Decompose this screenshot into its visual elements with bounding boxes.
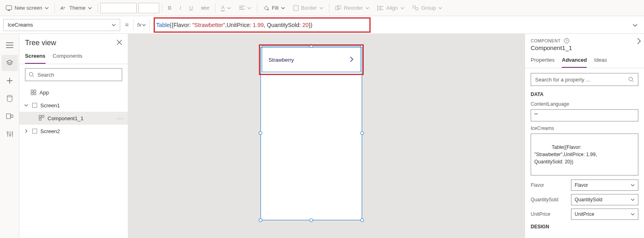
underline-button[interactable]: U	[185, 2, 197, 15]
props-header-label: COMPONENT	[531, 38, 561, 43]
svg-point-14	[12, 132, 13, 134]
chevron-down-icon	[247, 6, 251, 10]
border-label: Border	[301, 5, 317, 11]
left-rail	[0, 34, 19, 238]
chevron-right-icon[interactable]	[349, 56, 354, 64]
italic-label: I	[180, 5, 181, 11]
svg-point-29	[310, 219, 313, 222]
fx-button[interactable]: fx	[133, 19, 150, 31]
rail-tools[interactable]	[2, 126, 18, 142]
property-dropdown[interactable]: IceCreams	[3, 19, 120, 31]
bold-label: B	[168, 5, 171, 11]
contentlanguage-label: ContentLanguage	[525, 100, 644, 109]
tab-screens[interactable]: Screens	[25, 50, 46, 64]
tree-screen1-label: Screen1	[40, 102, 60, 109]
svg-point-27	[361, 132, 364, 135]
chevron-down-icon	[631, 183, 635, 187]
font-size-dropdown[interactable]	[138, 3, 159, 13]
flavor-dd-value: Flavor	[575, 182, 588, 188]
gallery-row-content: Strawberry	[262, 47, 361, 72]
contentlanguage-input[interactable]: ""	[531, 109, 638, 121]
border-icon	[293, 5, 299, 11]
svg-rect-20	[39, 115, 41, 117]
svg-point-33	[629, 77, 633, 81]
chevron-down-icon	[319, 6, 323, 10]
contentlanguage-value: ""	[534, 113, 538, 118]
svg-rect-1	[8, 10, 10, 11]
rail-hamburger[interactable]	[2, 37, 18, 53]
font-color-button[interactable]: A	[217, 2, 235, 15]
tree-item-screen1[interactable]: Screen1	[19, 99, 128, 112]
group-icon	[413, 5, 419, 11]
main-area: Tree view Screens Components Search App	[0, 34, 644, 238]
align-objects-button[interactable]: Align	[373, 2, 408, 15]
tree-item-screen2[interactable]: Screen2	[19, 125, 128, 138]
rail-data[interactable]	[2, 90, 18, 106]
tab-properties[interactable]: Properties	[531, 54, 554, 68]
theme-button[interactable]: Aᵃ Theme	[56, 2, 96, 15]
tree-search-placeholder: Search	[38, 72, 54, 78]
media-icon	[6, 113, 13, 119]
bold-button[interactable]: B	[164, 2, 175, 15]
tree-item-app[interactable]: App	[19, 86, 128, 99]
screen-icon	[6, 5, 12, 11]
unitprice-dropdown[interactable]: UnitPrice	[571, 209, 638, 220]
formula-bar: IceCreams = fx Table({Flavor: "Strawbett…	[0, 16, 644, 34]
align-objects-icon	[377, 5, 384, 11]
chevron-down-icon	[631, 198, 635, 202]
tree-item-component1[interactable]: Component1_1 ···	[19, 112, 128, 125]
group-button[interactable]: Group	[408, 2, 446, 15]
tree-search-input[interactable]: Search	[25, 68, 122, 81]
svg-rect-17	[34, 90, 36, 92]
tab-advanced[interactable]: Advanced	[562, 54, 587, 68]
formula-expand-button[interactable]	[629, 22, 641, 28]
strike-button[interactable]: abc	[197, 2, 214, 15]
svg-rect-0	[6, 6, 12, 10]
chevron-down-icon	[281, 6, 285, 10]
chevron-down-icon	[45, 6, 49, 10]
screen-icon	[32, 103, 37, 108]
component-icon	[39, 115, 44, 122]
fill-icon	[263, 5, 269, 11]
panel-expand-button[interactable]	[636, 37, 642, 46]
fx-label: fx	[137, 22, 141, 28]
svg-point-13	[9, 134, 11, 136]
tab-ideas[interactable]: Ideas	[594, 54, 607, 68]
quantitysold-dropdown[interactable]: QuantitySold	[571, 194, 638, 205]
svg-rect-18	[31, 93, 33, 95]
svg-point-28	[259, 219, 262, 222]
tree-close-button[interactable]	[117, 40, 122, 47]
icecreams-input[interactable]: Table({Flavor: "Strawbetter",UnitPrice: …	[531, 134, 638, 175]
svg-rect-4	[294, 6, 298, 10]
flavor-dropdown[interactable]: Flavor	[571, 180, 638, 191]
svg-rect-8	[416, 8, 418, 10]
border-button[interactable]: Border	[289, 2, 327, 15]
chevron-down-icon	[227, 6, 231, 10]
rail-tree-view[interactable]	[2, 55, 18, 71]
chevron-right-icon	[636, 37, 642, 45]
text-align-button[interactable]	[235, 2, 255, 15]
properties-panel: COMPONENT ? Component1_1 Properties Adva…	[525, 34, 644, 238]
font-family-dropdown[interactable]	[100, 3, 137, 13]
tab-components[interactable]: Components	[53, 50, 83, 64]
new-screen-button[interactable]: New screen	[2, 2, 53, 15]
tree-screen2-label: Screen2	[40, 128, 60, 134]
chevron-down-icon	[400, 6, 404, 10]
rail-media[interactable]	[2, 108, 18, 124]
reorder-icon	[335, 5, 342, 11]
reorder-button[interactable]: Reorder	[331, 2, 373, 15]
section-design-label: DESIGN	[525, 221, 644, 232]
help-icon[interactable]: ?	[564, 38, 569, 44]
italic-button[interactable]: I	[176, 2, 185, 15]
svg-rect-11	[11, 115, 13, 117]
rail-insert[interactable]	[2, 73, 18, 89]
close-icon	[117, 40, 122, 45]
svg-rect-6	[338, 6, 341, 9]
design-canvas[interactable]: Strawberry	[128, 34, 525, 238]
props-search-input[interactable]: Search for a property ...	[531, 73, 638, 86]
formula-input[interactable]: Table({Flavor: "Strawbetter",UnitPrice: …	[153, 19, 626, 31]
gallery-row[interactable]: Strawberry	[261, 46, 362, 73]
section-data-label: DATA	[525, 89, 644, 100]
tree-item-more-button[interactable]: ···	[117, 115, 124, 121]
fill-button[interactable]: Fill	[259, 2, 289, 15]
